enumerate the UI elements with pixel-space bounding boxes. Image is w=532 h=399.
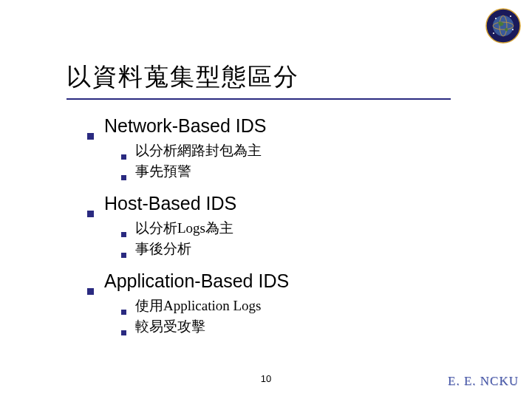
slide-title: 以資料蒐集型態區分 xyxy=(66,61,473,98)
heading-text: Network-Based IDS xyxy=(104,115,267,137)
item-text: 事後分析 xyxy=(135,239,191,259)
square-bullet-icon xyxy=(121,253,126,258)
square-bullet-icon xyxy=(121,330,126,335)
bullet-level1: Host-Based IDS xyxy=(87,193,488,214)
title-underline xyxy=(66,98,451,100)
bullet-level2: 以分析Logs為主 xyxy=(121,219,488,238)
square-bullet-icon xyxy=(121,175,126,180)
slide-content: Network-Based IDS 以分析網路封包為主 事先預警 Host-Ba… xyxy=(87,115,488,348)
bullet-level1: Application-Based IDS xyxy=(87,270,488,292)
square-bullet-icon xyxy=(121,310,126,315)
svg-point-4 xyxy=(495,18,497,19)
bullet-level2: 較易受攻擊 xyxy=(121,317,488,336)
heading-text: Host-Based IDS xyxy=(104,193,236,214)
square-bullet-icon xyxy=(87,133,94,140)
globe-logo-icon xyxy=(485,7,522,44)
svg-point-7 xyxy=(493,33,494,34)
heading-text: Application-Based IDS xyxy=(104,270,289,292)
bullet-level2: 以分析網路封包為主 xyxy=(121,141,488,160)
item-text: 較易受攻擊 xyxy=(135,317,205,336)
item-text: 以分析Logs為主 xyxy=(135,219,233,238)
square-bullet-icon xyxy=(87,211,94,217)
item-text: 事先預警 xyxy=(135,162,191,181)
footer-org-text: E. E. NCKU xyxy=(448,374,519,389)
bullet-level2: 事後分析 xyxy=(121,239,488,259)
item-text: 使用Application Logs xyxy=(135,296,261,316)
bullet-level2: 使用Application Logs xyxy=(121,296,488,316)
square-bullet-icon xyxy=(121,154,126,160)
square-bullet-icon xyxy=(87,288,94,295)
svg-point-5 xyxy=(510,16,511,17)
bullet-level1: Network-Based IDS xyxy=(87,115,488,137)
svg-point-6 xyxy=(512,29,514,30)
bullet-level2: 事先預警 xyxy=(121,162,488,181)
item-text: 以分析網路封包為主 xyxy=(135,141,262,160)
square-bullet-icon xyxy=(121,232,126,237)
